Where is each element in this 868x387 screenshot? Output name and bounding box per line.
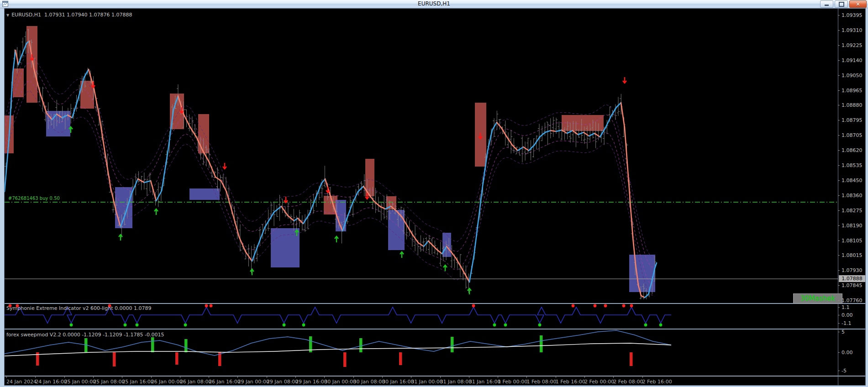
ma-line-segment bbox=[573, 131, 578, 135]
window-separator-3[interactable] bbox=[5, 376, 865, 377]
time-tick-label: 1 Feb 00:00 bbox=[498, 379, 527, 385]
ma-line-segment bbox=[474, 219, 479, 256]
price-tick bbox=[838, 300, 840, 301]
time-tick bbox=[180, 376, 180, 378]
ma-line-segment bbox=[303, 214, 310, 224]
time-tick-label: 25 Jan 16:00 bbox=[122, 379, 154, 385]
ma-line-segment bbox=[407, 226, 413, 235]
symphonie-buy-dot bbox=[538, 324, 542, 327]
ma-line-segment bbox=[72, 100, 78, 118]
buy-arrow-icon bbox=[400, 252, 404, 258]
ma-line-segment bbox=[460, 266, 465, 274]
ma-line-segment bbox=[265, 212, 274, 227]
price-tick-label: 1.08360 bbox=[842, 193, 863, 199]
time-tick-label: 30 Jan 16:00 bbox=[382, 379, 414, 385]
symphonie-buy-dot bbox=[659, 324, 663, 327]
title-bar[interactable]: EURUSD,H1 ✕ bbox=[0, 0, 868, 8]
price-tick bbox=[838, 270, 840, 271]
close-button[interactable]: ✕ bbox=[849, 0, 867, 8]
time-tick-label: 30 Jan 00:00 bbox=[324, 379, 356, 385]
time-tick bbox=[64, 376, 65, 378]
price-tick bbox=[838, 30, 840, 31]
maximize-icon bbox=[839, 2, 844, 7]
demand-zone bbox=[115, 187, 132, 228]
price-tick bbox=[838, 225, 840, 226]
sell-arrow-icon bbox=[223, 163, 226, 169]
price-tick-label: 1.08795 bbox=[842, 117, 863, 123]
time-tick-label: 1 Feb 08:00 bbox=[526, 379, 556, 385]
ma-line-segment bbox=[94, 89, 100, 118]
time-tick bbox=[613, 376, 614, 378]
price-tick-label: 1.09140 bbox=[842, 58, 863, 63]
minimize-button[interactable] bbox=[820, 0, 833, 8]
sell-arrow-icon bbox=[284, 197, 288, 203]
sweepmod-down-bar bbox=[343, 352, 347, 367]
ma-line-segment bbox=[492, 122, 497, 130]
current-price-box: 1.07888 bbox=[839, 275, 865, 282]
price-tick bbox=[838, 75, 840, 76]
ma-line-segment bbox=[100, 118, 105, 153]
symphonie-sell-dot bbox=[622, 304, 626, 308]
open-position-label: #762681463 buy 0.50 bbox=[8, 196, 60, 201]
maximize-button[interactable] bbox=[835, 0, 848, 8]
ma-line-segment bbox=[252, 246, 258, 261]
time-tick-label: 24 Jan 16:00 bbox=[35, 379, 67, 385]
window-title: EURUSD,H1 bbox=[0, 0, 868, 7]
indicator2-label: forex sweepmod V2.2 0.0000 -1.1209 -1.12… bbox=[6, 332, 164, 338]
ma-line-segment bbox=[456, 258, 460, 266]
price-tick bbox=[838, 285, 840, 286]
indicator-scale-label: -5 bbox=[842, 368, 847, 374]
sweepmod-up-bar bbox=[451, 337, 454, 352]
ma-line-segment bbox=[380, 206, 385, 209]
price-scale-border bbox=[838, 8, 838, 386]
symphonie-sell-dot bbox=[205, 304, 208, 308]
time-tick-label: 29 Jan 08:00 bbox=[267, 379, 299, 385]
ma-line-segment bbox=[347, 203, 352, 218]
supply-zone bbox=[26, 26, 37, 103]
symphonie-sell-dot bbox=[604, 304, 607, 308]
buy-arrow-icon bbox=[468, 288, 471, 294]
time-tick-label: 25 Jan 08:00 bbox=[93, 379, 125, 385]
price-tick bbox=[838, 135, 840, 136]
indicator-scale-tick bbox=[838, 332, 840, 332]
indicator-scale-label: -1.1 bbox=[842, 320, 851, 326]
time-tick bbox=[411, 376, 411, 378]
ma-line-segment bbox=[551, 131, 556, 131]
sweepmod-up-bar bbox=[184, 339, 188, 352]
quick-trade-collapse-icon[interactable]: ▼ bbox=[6, 13, 9, 17]
indicator-scale-tick bbox=[838, 323, 840, 324]
time-tick-label: 26 Jan 16:00 bbox=[209, 379, 241, 385]
window-separator-2[interactable] bbox=[5, 329, 865, 329]
ma-line-segment bbox=[641, 296, 645, 298]
buy-arrow-icon bbox=[335, 236, 338, 242]
price-tick-label: 1.07845 bbox=[842, 282, 863, 288]
time-tick-label: 26 Jan 00:00 bbox=[151, 379, 183, 385]
sweepmod-signal-line bbox=[5, 343, 671, 356]
price-tick bbox=[838, 120, 840, 120]
ma-line-segment bbox=[616, 103, 621, 107]
symphonie-sell-dot bbox=[630, 304, 633, 308]
ma-line-segment bbox=[630, 201, 633, 237]
window-separator-1[interactable] bbox=[5, 303, 865, 304]
ma-line-segment bbox=[16, 50, 18, 65]
ohlc-text: 1.07931 1.07940 1.07876 1.07888 bbox=[44, 12, 132, 18]
buy-arrow-icon bbox=[443, 265, 447, 271]
symphonie-sell-dot bbox=[572, 304, 575, 308]
mashek-watermark-button[interactable]: 30Mashek bbox=[793, 293, 842, 303]
price-tick bbox=[838, 60, 840, 61]
ma-line-segment bbox=[226, 192, 233, 214]
time-tick-label: 2 Feb 16:00 bbox=[642, 379, 672, 385]
price-tick-label: 1.08275 bbox=[842, 208, 863, 214]
time-tick bbox=[469, 376, 469, 378]
symbol-text: EURUSD,H1 bbox=[11, 12, 41, 18]
price-tick-label: 1.07930 bbox=[842, 267, 863, 273]
demand-zone bbox=[442, 233, 451, 257]
time-tick-label: 26 Jan 08:00 bbox=[180, 379, 212, 385]
symphonie-sell-dot bbox=[210, 304, 213, 308]
ma-line-segment bbox=[105, 153, 110, 187]
time-tick-label: 1 Feb 16:00 bbox=[556, 379, 585, 385]
ma-line-segment bbox=[138, 179, 144, 183]
chart-symbol-label: ▼EURUSD,H1 1.07931 1.07940 1.07876 1.078… bbox=[6, 12, 132, 18]
ma-line-segment bbox=[433, 246, 437, 250]
sweepmod-up-bar bbox=[359, 338, 363, 352]
